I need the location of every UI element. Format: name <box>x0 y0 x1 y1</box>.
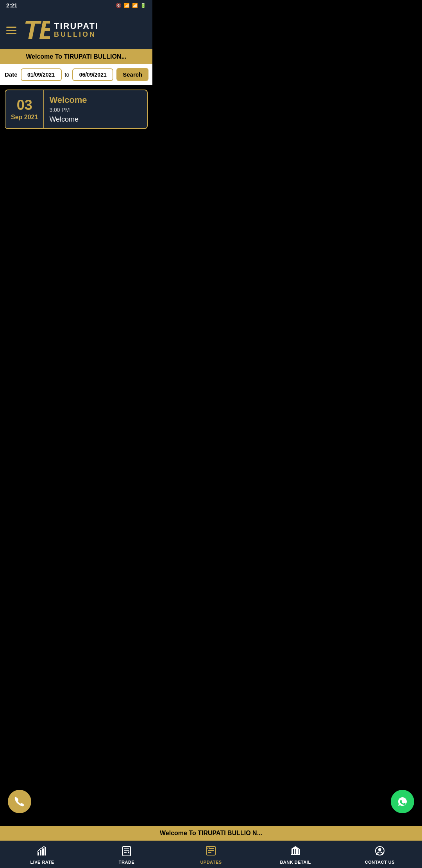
logo-tirupati: TIRUPATI <box>54 22 98 31</box>
news-month-year: Sep 2021 <box>11 114 38 121</box>
time: 2:21 <box>6 2 17 9</box>
app-header: TB TIRUPATI BULLION <box>0 11 152 49</box>
logo-area: TB TIRUPATI BULLION <box>23 15 98 45</box>
news-date-block: 03 Sep 2021 <box>5 90 44 128</box>
logo-symbol: TB <box>23 15 50 45</box>
logo-text: TIRUPATI BULLION <box>54 22 98 39</box>
to-date-input[interactable] <box>72 68 113 81</box>
news-card: 03 Sep 2021 Welcome 3:00 PM Welcome <box>5 90 148 129</box>
battery-icon: 🔋 <box>140 3 146 8</box>
news-title: Welcome <box>49 95 141 105</box>
welcome-text-top: Welcome To TIRUPATI BULLION... <box>26 53 126 60</box>
news-day: 03 <box>17 98 32 112</box>
news-time: 3:00 PM <box>49 107 141 113</box>
hamburger-menu[interactable] <box>6 27 16 34</box>
signal-icon: 📶 <box>132 3 138 8</box>
content-area: 03 Sep 2021 Welcome 3:00 PM Welcome <box>0 85 152 134</box>
to-label: to <box>65 72 70 78</box>
mute-icon: 🔇 <box>116 3 122 8</box>
svg-text:TB: TB <box>23 15 50 42</box>
logo-bullion: BULLION <box>54 31 98 39</box>
news-content: Welcome 3:00 PM Welcome <box>44 90 147 128</box>
search-button[interactable]: Search <box>116 68 148 81</box>
date-label: Date <box>5 71 18 78</box>
black-spacer <box>0 134 152 407</box>
wifi-icon: 📶 <box>124 3 130 8</box>
from-date-input[interactable] <box>21 68 62 81</box>
welcome-banner-top: Welcome To TIRUPATI BULLION... <box>0 49 152 64</box>
date-filter-row: Date to Search <box>0 64 152 85</box>
news-body: Welcome <box>49 115 141 124</box>
status-icons: 🔇 📶 📶 🔋 <box>116 3 146 8</box>
status-bar: 2:21 🔇 📶 📶 🔋 <box>0 0 152 11</box>
